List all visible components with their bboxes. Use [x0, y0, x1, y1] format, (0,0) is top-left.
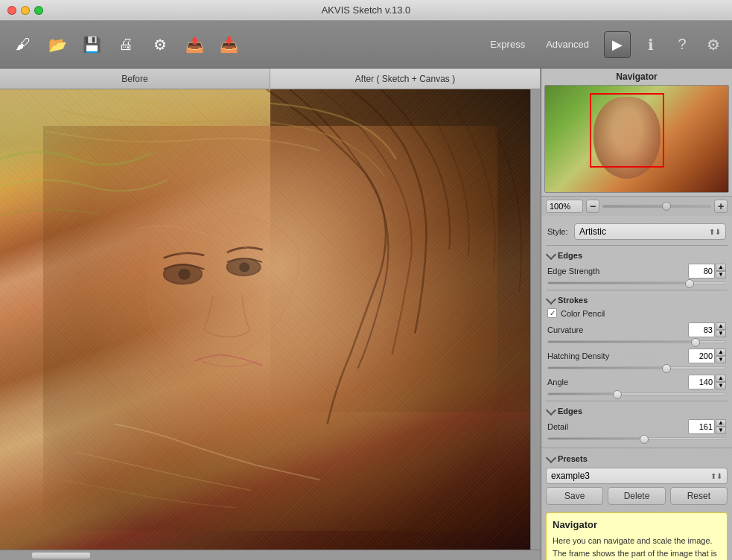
info-button[interactable]: ℹ [640, 34, 662, 56]
scrollbar-thumb [31, 552, 91, 559]
zoom-minus-button[interactable]: − [586, 200, 599, 213]
save-button[interactable]: 💾 [76, 29, 107, 60]
hatching-density-control: ▲ ▼ [688, 349, 726, 363]
before-tab[interactable]: Before [0, 69, 270, 89]
hatching-density-slider-row [546, 366, 728, 372]
zoom-slider[interactable] [602, 205, 711, 208]
edges1-header: Edges [546, 248, 728, 261]
zoom-slider-thumb [662, 202, 671, 211]
angle-slider[interactable] [547, 392, 726, 395]
download-button[interactable]: 📥 [213, 29, 244, 60]
hatching-density-input[interactable] [688, 349, 715, 363]
nav-face [593, 97, 661, 179]
edge-strength-stepper: ▲ ▼ [716, 264, 726, 279]
print-button[interactable]: 🖨 [110, 29, 141, 60]
edge-strength-down[interactable]: ▼ [716, 271, 726, 279]
upload-button[interactable]: 📤 [179, 29, 210, 60]
zoom-plus-button[interactable]: + [714, 200, 728, 213]
preset-buttons: Save Delete Reset [546, 487, 728, 505]
presets-value: example3 [551, 471, 590, 481]
detail-control: ▲ ▼ [688, 419, 726, 434]
edge-strength-label: Edge Strength [547, 267, 599, 276]
horizontal-scrollbar[interactable] [0, 550, 541, 560]
svg-point-1 [178, 269, 190, 280]
tab-bar: Before After ( Sketch + Canvas ) [0, 69, 541, 89]
edge-strength-input[interactable] [688, 264, 715, 279]
detail-row: Detail ▲ ▼ [546, 417, 728, 436]
vertical-scrollbar[interactable] [530, 89, 541, 550]
curvature-input[interactable] [688, 322, 715, 337]
open-button[interactable]: 📂 [42, 29, 73, 60]
after-tab[interactable]: After ( Sketch + Canvas ) [270, 69, 541, 89]
minimize-button[interactable] [21, 6, 30, 15]
detail-input[interactable] [688, 419, 715, 434]
presets-dropdown[interactable]: example3 ⬆⬇ [546, 468, 728, 484]
style-value: Artistic [579, 226, 606, 237]
color-pencil-checkbox[interactable]: ✓ [547, 308, 557, 318]
detail-stepper: ▲ ▼ [716, 419, 726, 434]
hatching-density-slider[interactable] [547, 366, 726, 369]
navigator-title: Navigator [544, 71, 729, 82]
hatching-density-fill [548, 367, 666, 369]
hatching-density-row: Hatching Density ▲ ▼ [546, 346, 728, 366]
hatching-density-down[interactable]: ▼ [716, 356, 726, 363]
hatching-density-stepper: ▲ ▼ [716, 349, 726, 363]
presets-header: Presets [546, 451, 728, 465]
strokes-header: Strokes [546, 293, 728, 306]
express-mode-button[interactable]: Express [484, 36, 531, 53]
angle-thumb [613, 390, 622, 399]
detail-slider[interactable] [547, 437, 726, 440]
angle-down[interactable]: ▼ [716, 382, 726, 389]
detail-slider-row [546, 436, 728, 443]
advanced-mode-button[interactable]: Advanced [540, 36, 595, 53]
hatching-density-thumb [662, 364, 671, 373]
curvature-fill [548, 341, 696, 343]
save-preset-button[interactable]: Save [546, 487, 603, 505]
sketch-svg [0, 89, 541, 550]
style-dropdown[interactable]: Artistic ⬆⬇ [574, 223, 726, 240]
edge-strength-control: ▲ ▼ [688, 264, 726, 279]
hatching-density-up[interactable]: ▲ [716, 349, 726, 356]
angle-up[interactable]: ▲ [716, 375, 726, 382]
presets-section: Presets example3 ⬆⬇ Save Delete Reset [541, 448, 732, 508]
hatching-density-label: Hatching Density [547, 351, 609, 360]
run-button[interactable]: ▶ [604, 31, 631, 58]
settings-button[interactable]: ⚙ [144, 29, 176, 60]
brush-tool-button[interactable]: 🖌 [7, 29, 39, 60]
curvature-up[interactable]: ▲ [716, 322, 726, 330]
canvas-area[interactable] [0, 89, 541, 550]
main-area: Before After ( Sketch + Canvas ) [0, 69, 732, 560]
style-label: Style: [547, 227, 570, 236]
detail-up[interactable]: ▲ [716, 419, 726, 427]
detail-thumb [640, 435, 649, 444]
preferences-button[interactable]: ⚙ [702, 34, 725, 56]
delete-preset-button[interactable]: Delete [608, 487, 665, 505]
close-button[interactable] [7, 6, 16, 15]
curvature-row: Curvature ▲ ▼ [546, 320, 728, 340]
navigator-preview[interactable] [544, 85, 729, 193]
curvature-slider[interactable] [547, 340, 726, 343]
toolbar: 🖌 📂 💾 🖨 ⚙ 📤 📥 Express Advanced ▶ ℹ ? ⚙ [0, 21, 732, 69]
curvature-slider-row [546, 340, 728, 346]
curvature-thumb [691, 338, 700, 347]
edge-strength-slider[interactable] [547, 281, 726, 284]
curvature-control: ▲ ▼ [688, 322, 726, 337]
angle-row: Angle ▲ ▼ [546, 372, 728, 392]
edge-strength-up[interactable]: ▲ [716, 264, 726, 271]
edge-strength-thumb [685, 279, 694, 288]
reset-preset-button[interactable]: Reset [670, 487, 728, 505]
detail-down[interactable]: ▼ [716, 427, 726, 434]
detail-fill [548, 438, 644, 439]
help-button[interactable]: ? [671, 34, 693, 56]
toolbar-right: Express Advanced ▶ ℹ ? ⚙ [484, 31, 725, 58]
zoom-dropdown[interactable]: 100% [546, 200, 583, 213]
color-pencil-row: ✓ Color Pencil [546, 306, 728, 320]
edges2-header: Edges [546, 404, 728, 417]
angle-input[interactable] [688, 375, 715, 389]
navigator-section: Navigator [541, 69, 732, 197]
window-controls [7, 6, 43, 15]
maximize-button[interactable] [34, 6, 43, 15]
angle-slider-row [546, 392, 728, 398]
title-bar: AKVIS Sketch v.13.0 [0, 0, 732, 21]
curvature-down[interactable]: ▼ [716, 330, 726, 337]
